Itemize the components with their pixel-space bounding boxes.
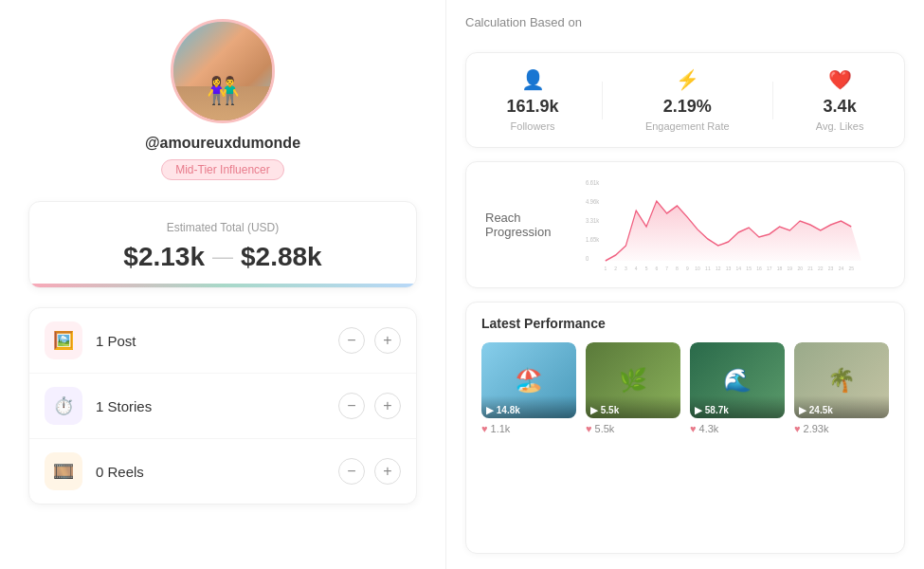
stat-divider-1 — [602, 82, 603, 119]
svg-text:3.31k: 3.31k — [586, 216, 600, 224]
post-decrement-button[interactable]: − — [338, 327, 365, 354]
thumb-overlay-2: ▶ 5.5k — [586, 395, 680, 418]
likes-value-1: 1.1k — [491, 423, 511, 434]
post-stepper: − + — [338, 327, 401, 354]
chart-card: Reach Progression 6.61k 4.96k 3.31k 1.65… — [465, 161, 905, 288]
engagement-stat: ⚡ 2.19% Engagement Rate — [645, 68, 730, 132]
avg-likes-label: Avg. Likes — [816, 120, 864, 132]
svg-text:23: 23 — [828, 266, 834, 272]
likes-value-2: 5.5k — [595, 423, 615, 434]
svg-text:20: 20 — [797, 266, 803, 272]
svg-text:4.96k: 4.96k — [586, 197, 600, 205]
thumb-image-4: ▶ 24.5k — [794, 342, 889, 418]
stories-label: 1 Stories — [96, 398, 338, 414]
svg-text:1.65k: 1.65k — [586, 235, 600, 243]
thumb-likes-1: ♥ 1.1k — [481, 423, 576, 434]
performance-card: Latest Performance ▶ 14.8k ♥ 1.1k ▶ 5. — [465, 302, 905, 554]
estimated-label: Estimated Total (USD) — [52, 221, 393, 234]
content-item-reels: 🎞️ 0 Reels − + — [29, 439, 416, 504]
svg-text:0: 0 — [586, 254, 589, 262]
svg-text:14: 14 — [736, 266, 742, 272]
price-high: $2.88k — [241, 242, 322, 272]
content-item-stories: ⏱️ 1 Stories − + — [29, 374, 416, 439]
post-thumb-2: ▶ 5.5k ♥ 5.5k — [586, 342, 680, 434]
post-increment-button[interactable]: + — [374, 327, 401, 354]
thumb-views-4: ▶ 24.5k — [799, 405, 833, 415]
price-dash: — — [212, 245, 233, 269]
post-label: 1 Post — [96, 333, 338, 349]
svg-text:1: 1 — [604, 266, 607, 272]
price-range: $2.13k — $2.88k — [52, 242, 393, 272]
thumb-image-1: ▶ 14.8k — [481, 342, 576, 418]
likes-value-3: 4.3k — [699, 423, 719, 434]
estimated-total-card: Estimated Total (USD) $2.13k — $2.88k — [28, 201, 417, 288]
thumb-likes-3: ♥ 4.3k — [690, 423, 785, 434]
svg-text:18: 18 — [777, 266, 783, 272]
followers-label: Followers — [511, 120, 555, 132]
thumb-views-1: ▶ 14.8k — [486, 405, 520, 415]
reels-increment-button[interactable]: + — [374, 458, 401, 485]
influencer-badge: Mid-Tier Influencer — [161, 159, 284, 180]
performance-title: Latest Performance — [481, 316, 889, 331]
avatar — [171, 19, 275, 123]
reels-decrement-button[interactable]: − — [338, 458, 365, 485]
thumb-image-2: ▶ 5.5k — [586, 342, 680, 418]
stats-card: 👤 161.9k Followers ⚡ 2.19% Engagement Ra… — [465, 52, 905, 148]
svg-text:12: 12 — [716, 266, 721, 272]
heart-icon-3: ♥ — [690, 423, 697, 434]
thumb-image-3: ▶ 58.7k — [690, 342, 785, 418]
svg-text:2: 2 — [614, 266, 617, 272]
section-title: Calculation Based on — [465, 15, 905, 29]
heart-icon-4: ♥ — [794, 423, 801, 434]
avg-likes-value: 3.4k — [824, 97, 857, 117]
avg-likes-stat: ❤️ 3.4k Avg. Likes — [816, 68, 864, 132]
svg-text:8: 8 — [676, 266, 679, 272]
right-panel: Calculation Based on 👤 161.9k Followers … — [445, 0, 924, 569]
svg-text:10: 10 — [695, 266, 700, 272]
stories-increment-button[interactable]: + — [374, 393, 401, 419]
reels-label: 0 Reels — [96, 464, 338, 480]
content-list: 🖼️ 1 Post − + ⏱️ 1 Stories − + 🎞️ 0 Reel… — [28, 307, 417, 505]
heart-icon-2: ♥ — [586, 423, 592, 434]
thumb-overlay-3: ▶ 58.7k — [690, 395, 785, 418]
chart-area-fill — [606, 201, 861, 261]
post-thumb-3: ▶ 58.7k ♥ 4.3k — [690, 342, 785, 434]
performance-images-row: ▶ 14.8k ♥ 1.1k ▶ 5.5k ♥ 5.5k — [481, 342, 889, 434]
username: @amoureuxdumonde — [145, 135, 300, 152]
followers-icon: 👤 — [521, 68, 545, 91]
svg-text:19: 19 — [788, 266, 793, 272]
engagement-value: 2.19% — [663, 97, 712, 117]
post-thumb-1: ▶ 14.8k ♥ 1.1k — [481, 342, 576, 434]
svg-text:21: 21 — [807, 266, 813, 272]
svg-text:7: 7 — [665, 266, 668, 272]
left-panel: @amoureuxdumonde Mid-Tier Influencer Est… — [0, 0, 445, 569]
followers-value: 161.9k — [507, 97, 559, 117]
reels-stepper: − + — [338, 458, 401, 485]
chart-svg: 6.61k 4.96k 3.31k 1.65k 0 1 2 — [586, 177, 885, 272]
stories-stepper: − + — [338, 393, 401, 419]
content-item-post: 🖼️ 1 Post − + — [29, 308, 416, 374]
followers-stat: 👤 161.9k Followers — [507, 68, 559, 132]
thumb-likes-4: ♥ 2.93k — [794, 423, 889, 434]
post-icon: 🖼️ — [45, 321, 82, 359]
chart-label: Reach Progression — [485, 211, 571, 239]
svg-text:15: 15 — [746, 266, 752, 272]
svg-text:5: 5 — [645, 266, 648, 272]
price-low: $2.13k — [123, 242, 205, 272]
engagement-icon: ⚡ — [676, 68, 699, 91]
avg-likes-icon: ❤️ — [828, 68, 852, 91]
svg-text:11: 11 — [705, 266, 711, 272]
svg-text:9: 9 — [686, 266, 689, 272]
stories-decrement-button[interactable]: − — [338, 393, 365, 419]
thumb-overlay-4: ▶ 24.5k — [794, 395, 889, 418]
svg-text:22: 22 — [818, 266, 824, 272]
reels-icon: 🎞️ — [45, 452, 82, 490]
svg-text:24: 24 — [839, 266, 844, 272]
avatar-image — [173, 22, 272, 120]
svg-text:4: 4 — [635, 266, 638, 272]
svg-text:6.61k: 6.61k — [586, 178, 600, 186]
svg-text:17: 17 — [767, 266, 772, 272]
thumb-overlay-1: ▶ 14.8k — [481, 395, 576, 418]
heart-icon-1: ♥ — [481, 423, 488, 434]
svg-text:3: 3 — [625, 266, 627, 272]
